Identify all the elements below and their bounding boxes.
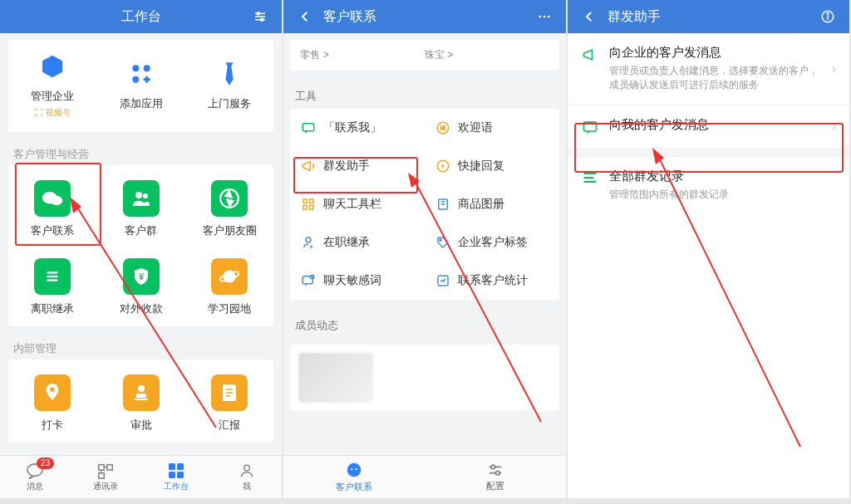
svg-point-20 <box>50 388 55 393</box>
tab-contacts[interactable]: 通讯录 <box>71 456 141 498</box>
tool-customer-tags[interactable]: 企业客户标签 <box>425 223 559 262</box>
onsite-service[interactable]: 上门服务 <box>185 53 273 119</box>
svg-rect-22 <box>136 394 146 398</box>
tab-workbench[interactable]: 工作台 <box>141 456 212 498</box>
checkin[interactable]: 打卡 <box>8 374 96 433</box>
hi-icon: Hi <box>435 120 451 135</box>
customer-moments[interactable]: 客户朋友圈 <box>185 180 273 238</box>
tool-chat-toolbar[interactable]: 聊天工具栏 <box>290 185 425 223</box>
title: 客户联系 <box>317 8 532 26</box>
badge: 23 <box>37 458 54 469</box>
group-icon <box>123 180 160 217</box>
screen-workbench: 工作台 管理企业 ⛶ 视频号 添加应用 上门服务 客户管理与经营 <box>0 0 282 498</box>
list-icon <box>34 258 71 295</box>
member-activity[interactable] <box>290 345 558 411</box>
svg-point-68 <box>495 471 499 475</box>
tie-icon <box>217 61 242 90</box>
svg-rect-44 <box>303 124 315 131</box>
leave-inherit[interactable]: 离职继承 <box>8 258 96 316</box>
titlebar: 工作台 <box>0 0 282 33</box>
svg-point-41 <box>539 16 541 18</box>
approval[interactable]: 审批 <box>96 374 184 433</box>
all-broadcast-records[interactable]: 全部群发记录 管理范围内所有的群发记录 <box>568 157 849 213</box>
screen-broadcast: 群发助手 向企业的客户发消息 管理员或负责人创建消息，选择要发送的客户，成员确认… <box>568 0 849 498</box>
back-icon[interactable] <box>293 9 317 24</box>
svg-point-55 <box>306 237 311 242</box>
top-row: 管理企业 ⛶ 视频号 添加应用 上门服务 <box>8 40 273 132</box>
tab-me[interactable]: 我 <box>211 456 282 498</box>
svg-rect-50 <box>303 206 307 210</box>
learning-garden[interactable]: 学习园地 <box>185 258 273 316</box>
tool-job-inherit[interactable]: 在职继承 <box>290 223 425 262</box>
svg-marker-5 <box>42 56 62 78</box>
customer-group[interactable]: 客户群 <box>96 180 184 238</box>
svg-rect-51 <box>310 206 314 210</box>
svg-rect-48 <box>303 199 307 203</box>
svg-point-40 <box>244 465 250 471</box>
titlebar: 群发助手 <box>568 0 849 33</box>
tool-grid: 「联系我」 Hi 欢迎语 群发助手 快捷回复 <box>290 109 558 300</box>
svg-point-3 <box>258 12 260 15</box>
svg-point-11 <box>135 192 142 198</box>
back-icon[interactable] <box>578 9 601 24</box>
members-title: 成员动态 <box>283 306 565 338</box>
list-lines-icon <box>581 170 599 185</box>
svg-rect-37 <box>177 463 184 470</box>
tool-customer-stats[interactable]: 联系客户统计 <box>425 262 559 300</box>
svg-rect-31 <box>99 464 104 469</box>
chat-alert-icon <box>300 273 317 288</box>
tool-quick-reply[interactable]: 快捷回复 <box>425 147 559 185</box>
svg-point-10 <box>51 196 63 205</box>
breadcrumb[interactable]: 零售 > 珠宝 > <box>290 40 558 71</box>
svg-point-42 <box>543 16 545 18</box>
tool-contact-me[interactable]: 「联系我」 <box>290 109 425 147</box>
external-payment[interactable]: ¥ 对外收款 <box>96 258 184 316</box>
svg-point-63 <box>351 468 352 470</box>
tool-sensitive-words[interactable]: 聊天敏感词 <box>290 262 425 300</box>
grid-icon <box>300 197 317 212</box>
customer-contact[interactable]: 客户联系 <box>8 180 96 238</box>
title: 群发助手 <box>601 8 816 26</box>
chevron-right-icon: › <box>832 119 836 134</box>
more-icon[interactable] <box>533 9 556 24</box>
svg-rect-36 <box>169 463 175 470</box>
svg-rect-32 <box>107 464 112 469</box>
megaphone-outline-icon <box>581 46 599 63</box>
screen-customer-contact: 客户联系 零售 > 珠宝 > 工具 「联系我」 Hi 欢迎语 <box>283 0 565 498</box>
svg-point-7 <box>143 65 150 71</box>
svg-point-71 <box>827 13 829 15</box>
add-app[interactable]: 添加应用 <box>96 53 184 119</box>
svg-rect-33 <box>99 472 104 477</box>
chart-icon <box>435 273 451 288</box>
planet-icon <box>211 258 248 295</box>
blurred-content <box>298 353 373 403</box>
svg-point-56 <box>440 239 441 241</box>
book-icon <box>435 197 451 212</box>
send-to-my-customers[interactable]: 向我的客户发消息 › <box>568 105 849 149</box>
svg-rect-72 <box>583 122 596 131</box>
location-pin-icon <box>34 374 71 411</box>
lightning-icon <box>435 159 451 174</box>
tab-config[interactable]: 配置 <box>425 456 566 498</box>
svg-rect-49 <box>310 199 314 203</box>
svg-point-21 <box>138 385 145 392</box>
yen-shield-icon: ¥ <box>123 258 160 295</box>
tool-product-album[interactable]: 商品图册 <box>425 185 559 223</box>
send-to-enterprise-customers[interactable]: 向企业的客户发消息 管理员或负责人创建消息，选择要发送的客户，成员确认发送后可进… <box>568 33 849 105</box>
tab-customer-contact[interactable]: 客户联系 <box>283 456 425 498</box>
settings-icon[interactable] <box>248 9 272 24</box>
document-icon <box>211 374 248 411</box>
info-icon[interactable] <box>816 9 839 24</box>
svg-point-64 <box>356 468 357 470</box>
manage-company[interactable]: 管理企业 ⛶ 视频号 <box>8 53 96 119</box>
tab-messages[interactable]: 消息 23 <box>0 456 71 498</box>
svg-text:Hi: Hi <box>440 125 445 130</box>
megaphone-icon <box>300 159 317 174</box>
tool-welcome[interactable]: Hi 欢迎语 <box>425 109 559 147</box>
chat-icon <box>300 120 317 135</box>
customer-grid: 客户联系 客户群 客户朋友圈 离职继承 <box>8 165 273 326</box>
tag-icon <box>435 235 451 250</box>
tool-broadcast[interactable]: 群发助手 <box>290 147 425 185</box>
report[interactable]: 汇报 <box>185 374 273 433</box>
svg-point-8 <box>132 76 139 83</box>
